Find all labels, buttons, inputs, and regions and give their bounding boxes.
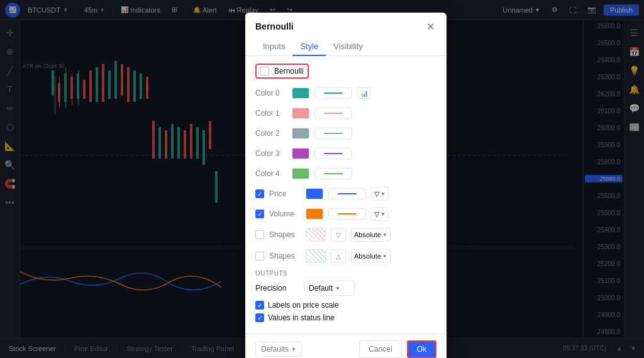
shapes-1-dropdown[interactable]: Absolute ▼ [351, 228, 391, 242]
precision-label: Precision [255, 284, 299, 293]
volume-checkbox[interactable]: ✓ [255, 210, 264, 218]
shapes-row-1: Shapes ▽ Absolute ▼ [255, 226, 436, 243]
values-status-row: ✓ Values in status line [255, 313, 436, 322]
values-status-label: Values in status line [268, 313, 335, 322]
modal-body: Bernoulli Color 0 📊 Color 1 Color 2 [245, 56, 447, 333]
color-1-line-style[interactable] [314, 108, 352, 119]
modal-tabs: Inputs Style Visibility [245, 38, 447, 56]
volume-label: Volume [269, 210, 301, 218]
shapes-2-dropdown[interactable]: Absolute ▼ [351, 249, 391, 263]
outputs-label: OUTPUTS [255, 270, 436, 277]
color-row-3: Color 3 [255, 145, 436, 162]
color-1-label: Color 1 [255, 109, 287, 118]
shapes-2-label: Shapes [269, 252, 301, 260]
color-4-line-style[interactable] [314, 168, 352, 179]
tab-visibility[interactable]: Visibility [326, 38, 370, 56]
color-1-swatch[interactable] [292, 108, 309, 119]
shapes-1-direction[interactable]: ▽ [331, 228, 346, 242]
price-checkbox[interactable]: ✓ [255, 189, 264, 198]
color-0-label: Color 0 [255, 89, 287, 98]
labels-price-scale-row: ✓ Labels on price scale [255, 301, 436, 310]
price-color-swatch[interactable] [306, 188, 323, 199]
defaults-button[interactable]: Defaults ▼ [255, 342, 302, 357]
precision-row: Precision Default ▼ [255, 281, 436, 296]
volume-row: ✓ Volume ▽ ▼ [255, 206, 436, 222]
shapes-row-2: Shapes △ Absolute ▼ [255, 247, 436, 265]
labels-price-scale-label: Labels on price scale [268, 301, 339, 310]
price-line-style[interactable] [328, 188, 366, 199]
modal-close-button[interactable]: ✕ [424, 20, 436, 33]
labels-price-scale-checkbox[interactable]: ✓ [255, 301, 264, 310]
color-3-swatch[interactable] [292, 148, 309, 159]
color-2-swatch[interactable] [292, 128, 309, 139]
cancel-button[interactable]: Cancel [359, 340, 401, 358]
shapes-2-swatch[interactable] [306, 249, 326, 263]
modal-footer: Defaults ▼ Cancel Ok [245, 333, 447, 358]
color-row-2: Color 2 [255, 125, 436, 142]
color-row-4: Color 4 [255, 165, 436, 182]
color-0-swatch[interactable] [292, 87, 309, 99]
bernoulli-label: Bernoulli [274, 67, 304, 76]
shapes-1-swatch[interactable] [306, 228, 326, 242]
modal-header: Bernoulli ✕ [245, 13, 447, 33]
shapes-2-direction[interactable]: △ [331, 249, 346, 263]
bernoulli-checkbox[interactable] [260, 67, 269, 76]
color-row-0: Color 0 📊 [255, 85, 436, 101]
color-2-label: Color 2 [255, 129, 287, 138]
color-0-line-style[interactable] [314, 87, 352, 99]
color-4-label: Color 4 [255, 169, 287, 178]
volume-style-dropdown[interactable]: ▽ ▼ [371, 207, 389, 221]
color-0-chart-type[interactable]: 📊 [357, 87, 371, 99]
modal-title: Bernoulli [255, 21, 294, 31]
color-2-line-style[interactable] [314, 128, 352, 139]
precision-select[interactable]: Default ▼ [304, 281, 355, 296]
bernoulli-checkbox-row: Bernoulli [255, 64, 309, 79]
color-4-swatch[interactable] [292, 168, 309, 179]
color-3-label: Color 3 [255, 149, 287, 158]
volume-line-style[interactable] [328, 208, 366, 220]
modal-dialog: Bernoulli ✕ Inputs Style Visibility Bern… [245, 13, 447, 358]
volume-color-swatch[interactable] [306, 208, 323, 220]
ok-button[interactable]: Ok [407, 340, 436, 358]
shapes-1-label: Shapes [269, 230, 301, 239]
values-status-checkbox[interactable]: ✓ [255, 313, 264, 322]
color-3-line-style[interactable] [314, 148, 352, 159]
modal-overlay: Bernoulli ✕ Inputs Style Visibility Bern… [0, 0, 644, 358]
price-label: Price [269, 189, 301, 198]
tab-style[interactable]: Style [292, 38, 326, 56]
shapes-1-checkbox[interactable] [255, 230, 264, 239]
price-style-dropdown[interactable]: ▽ ▼ [371, 187, 389, 201]
shapes-2-checkbox[interactable] [255, 252, 264, 260]
color-row-1: Color 1 [255, 105, 436, 121]
tab-inputs[interactable]: Inputs [255, 38, 292, 56]
footer-buttons: Cancel Ok [359, 340, 436, 358]
price-row: ✓ Price ▽ ▼ [255, 186, 436, 202]
